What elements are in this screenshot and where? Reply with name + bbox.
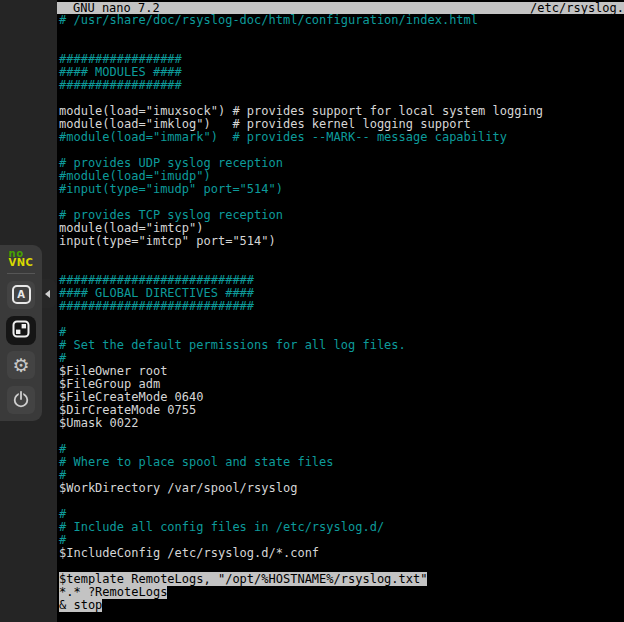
code-line: *.* ?RemoteLogs (57, 586, 624, 599)
nano-filename: /etc/rsyslog. (530, 2, 624, 14)
fullscreen-button[interactable] (6, 316, 36, 346)
novnc-logo: no VNC (9, 249, 34, 267)
code-line (57, 27, 624, 40)
keyboard-a-icon: A (12, 285, 31, 304)
file-content: # /usr/share/doc/rsyslog-doc/html/config… (57, 14, 624, 612)
fullscreen-icon (11, 319, 31, 342)
code-line: # Set the default permissions for all lo… (57, 339, 624, 352)
code-line: input(type="imtcp" port="514") (57, 235, 624, 248)
nano-titlebar: GNU nano 7.2 /etc/rsyslog. (57, 2, 624, 14)
code-line: #module(load="immark") # provides --MARK… (57, 131, 624, 144)
nano-version: GNU nano 7.2 (73, 2, 160, 14)
power-icon (11, 389, 31, 412)
terminal-screen[interactable]: GNU nano 7.2 /etc/rsyslog. # /usr/share/… (57, 0, 624, 622)
novnc-logo-bottom: VNC (9, 258, 34, 267)
novnc-control-bar: no VNC A ⚙ (0, 245, 42, 421)
code-line (57, 495, 624, 508)
code-line: #input(type="imudp" port="514") (57, 183, 624, 196)
code-line: # Include all config files in /etc/rsysl… (57, 521, 624, 534)
code-line: & stop (57, 599, 624, 612)
code-line: $WorkDirectory /var/spool/rsyslog (57, 482, 624, 495)
extra-keys-button[interactable]: A (7, 281, 35, 309)
code-line (57, 313, 624, 326)
code-line: ########################### (57, 300, 624, 313)
code-line: $IncludeConfig /etc/rsyslog.d/*.conf (57, 547, 624, 560)
code-line: # Where to place spool and state files (57, 456, 624, 469)
code-line (57, 248, 624, 261)
vnc-viewport: no VNC A ⚙ (0, 0, 624, 622)
code-line (57, 430, 624, 443)
chevron-left-icon (45, 290, 50, 298)
disconnect-button[interactable] (7, 386, 35, 414)
settings-button[interactable]: ⚙ (7, 351, 35, 379)
panel-divider (7, 273, 35, 274)
code-line: ################# (57, 79, 624, 92)
code-line: # /usr/share/doc/rsyslog-doc/html/config… (57, 14, 624, 27)
gear-icon: ⚙ (12, 356, 29, 375)
code-line: $DirCreateMode 0755 (57, 404, 624, 417)
control-bar-handle[interactable] (41, 279, 56, 308)
code-line: $Umask 0022 (57, 417, 624, 430)
